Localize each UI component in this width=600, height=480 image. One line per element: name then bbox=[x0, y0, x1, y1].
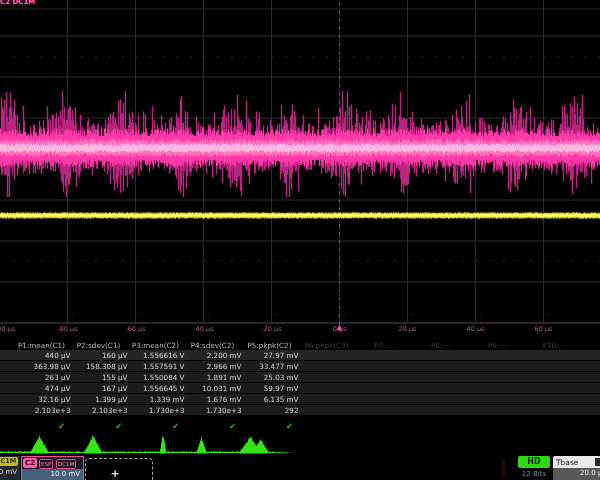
c1-coupling-tag: DC1M bbox=[0, 457, 18, 466]
time-axis-label: 0 µs bbox=[333, 325, 347, 333]
c2-noise-trace bbox=[1, 91, 600, 197]
time-axis-label: -100 µs bbox=[0, 325, 15, 333]
timebase-header-mark bbox=[595, 458, 600, 466]
trigger-box-edge bbox=[502, 459, 505, 477]
hd-bits-label: 12 Bits bbox=[512, 470, 556, 478]
descriptor-box-c2[interactable]: C2 ESP DC1M 10.0 mV bbox=[21, 456, 84, 480]
waveform-grid-svg bbox=[0, 0, 600, 480]
time-axis-label: 40 µs bbox=[467, 325, 485, 333]
descriptor-box-timebase[interactable]: Tbase 20.0 µs bbox=[553, 456, 600, 480]
green-peak-trace bbox=[1, 435, 295, 454]
c2-coupling-tag: DC1M bbox=[56, 459, 76, 469]
c1-flat-trace bbox=[1, 212, 600, 220]
oscilloscope-screen: C2 DC1M -100 µs-80 µs-60 µs-40 µs-20 µs0… bbox=[0, 0, 600, 480]
time-axis-label: -80 µs bbox=[57, 325, 77, 333]
timebase-label: Tbase bbox=[556, 458, 578, 467]
descriptor-box-c1[interactable]: DC1M 10.0 mV bbox=[0, 456, 20, 480]
c2-channel-badge: C2 bbox=[23, 458, 37, 468]
time-axis-label: -40 µs bbox=[193, 325, 213, 333]
time-axis-label: 20 µs bbox=[399, 325, 417, 333]
c2-volts-per-div: 10.0 mV bbox=[51, 470, 80, 478]
c2-esp-tag: ESP bbox=[39, 459, 53, 469]
add-trace-box[interactable]: + bbox=[85, 458, 153, 480]
plus-icon: + bbox=[85, 468, 148, 479]
hd-mode-badge: HD bbox=[518, 456, 550, 468]
timebase-header: Tbase bbox=[553, 456, 600, 468]
time-axis-label: -20 µs bbox=[261, 325, 281, 333]
timebase-value-row: 20.0 µs bbox=[553, 468, 600, 480]
c1-volts-per-div: 10.0 mV bbox=[0, 468, 17, 476]
timebase-value: 20.0 µs bbox=[580, 469, 600, 477]
trace-label: C2 DC1M bbox=[0, 0, 35, 6]
time-axis-label: 60 µs bbox=[535, 325, 553, 333]
time-axis-label: -60 µs bbox=[125, 325, 145, 333]
